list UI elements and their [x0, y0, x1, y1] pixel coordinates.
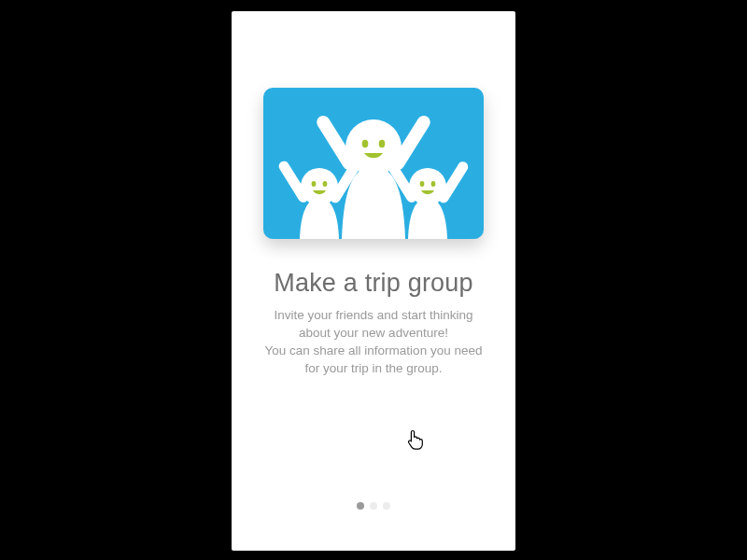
- stage: Make a trip group Invite your friends an…: [0, 0, 747, 560]
- svg-point-9: [312, 181, 317, 187]
- svg-point-5: [379, 140, 386, 147]
- body-line: for your trip in the group.: [304, 361, 442, 375]
- svg-point-10: [323, 181, 328, 187]
- onboarding-card[interactable]: Make a trip group Invite your friends an…: [232, 11, 515, 551]
- svg-point-13: [409, 168, 446, 205]
- body-line: You can share all information you need: [265, 343, 483, 357]
- svg-point-4: [362, 140, 369, 147]
- body-line: Invite your friends and start thinking: [274, 308, 472, 322]
- body-line: about your new adventure!: [299, 326, 448, 340]
- page-dot-3[interactable]: [383, 502, 390, 510]
- illustration-card: [263, 88, 484, 239]
- onboarding-title: Make a trip group: [232, 269, 515, 298]
- page-dot-1[interactable]: [357, 502, 364, 510]
- pagination-dots: [232, 502, 515, 510]
- svg-point-15: [431, 181, 436, 187]
- page-dot-2[interactable]: [370, 502, 377, 510]
- onboarding-description: Invite your friends and start thinking a…: [258, 306, 489, 377]
- svg-point-8: [301, 168, 338, 205]
- group-cheering-icon: [263, 88, 484, 239]
- svg-point-14: [420, 181, 425, 187]
